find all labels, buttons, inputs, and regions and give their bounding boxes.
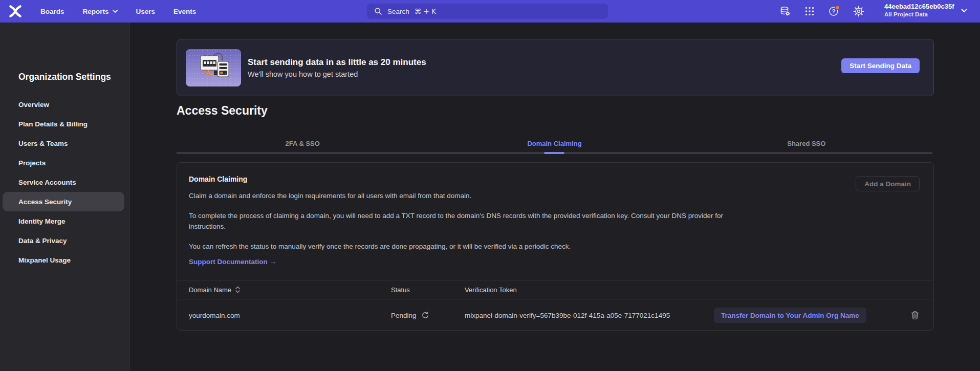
top-navbar: Boards Reports Users Events Search ⌘ + K [0,0,980,23]
header-domain-name: Domain Name [189,286,231,294]
sort-icon[interactable] [235,286,240,293]
account-chevron-down-icon[interactable] [961,9,967,13]
sidebar-item-overview[interactable]: Overview [0,95,129,114]
sidebar-item-plan-details-billing[interactable]: Plan Details & Billing [0,114,129,134]
verification-token-value: mixpanel-domain-verify=567b39be-012f-415… [465,312,670,319]
sidebar-item-service-accounts[interactable]: Service Accounts [0,172,129,192]
navbar-icon-group: ? [779,0,865,23]
add-domain-button[interactable]: Add a Domain [856,176,920,191]
search-placeholder: Search [387,8,409,15]
table-row: yourdomain.com Pending mixpanel-domain-v… [177,300,933,331]
nav-item-boards[interactable]: Boards [40,8,64,15]
search-input[interactable]: Search ⌘ + K [367,4,608,19]
domain-name-value: yourdomain.com [189,312,240,319]
trash-icon [910,311,920,320]
sidebar-title: Organization Settings [18,72,111,82]
tab-shared-sso[interactable]: Shared SSO [681,134,932,152]
page-title: Access Security [177,104,268,118]
delete-domain-button[interactable] [910,311,920,320]
refresh-status-icon[interactable] [421,312,429,319]
card-description: Claim a domain and enforce the login req… [189,192,471,200]
sidebar-item-mixpanel-usage[interactable]: Mixpanel Usage [0,250,129,270]
header-status: Status [391,286,410,294]
sidebar-item-projects[interactable]: Projects [0,153,129,172]
onboarding-banner: Start sending data in as little as 20 mi… [177,39,934,96]
sidebar-item-access-security[interactable]: Access Security [3,192,124,211]
nav-item-reports[interactable]: Reports [83,8,118,15]
table-header-row: Domain Name Status Verification Token [177,280,933,299]
devices-illustration [186,49,241,86]
nav-item-events[interactable]: Events [173,8,196,15]
notification-dot [836,6,840,10]
sidebar-item-users-teams[interactable]: Users & Teams [0,134,129,153]
banner-title: Start sending data in as little as 20 mi… [248,57,426,68]
search-shortcut: ⌘ + K [415,7,436,15]
tab-domain-claiming[interactable]: Domain Claiming [428,134,680,152]
sidebar-item-data-privacy[interactable]: Data & Privacy [0,231,129,250]
banner-subtitle: We'll show you how to get started [248,70,426,78]
nav-item-users[interactable]: Users [136,8,156,15]
card-refresh-note: You can refresh the status to manually v… [189,243,571,250]
status-value: Pending [391,312,417,319]
database-gear-icon[interactable] [779,5,791,17]
header-verification-token: Verification Token [465,286,517,294]
settings-gear-icon[interactable] [853,5,865,17]
domain-claiming-card: Domain Claiming Add a Domain Claim a dom… [177,162,934,331]
svg-text:?: ? [832,8,836,14]
apps-grid-icon[interactable] [803,5,816,17]
access-security-tabs: 2FA & SSO Domain Claiming Shared SSO [177,134,932,154]
chevron-down-icon [113,10,118,13]
active-tab-indicator [544,152,564,154]
banner-text: Start sending data in as little as 20 mi… [248,57,426,78]
search-icon [374,7,382,15]
help-icon[interactable]: ? [828,5,840,17]
support-documentation-link[interactable]: Support Documentation → [189,258,276,266]
primary-nav: Boards Reports Users Events [40,0,196,23]
start-sending-data-button[interactable]: Start Sending Data [841,58,920,73]
tab-2fa-sso[interactable]: 2FA & SSO [177,134,428,152]
transfer-domain-button[interactable]: Transfer Domain to Your Admin Org Name [714,308,866,323]
settings-sidebar: Organization Settings Overview Plan Deta… [0,23,129,371]
card-instructions: To complete the process of claiming a do… [189,210,723,232]
account-menu[interactable]: 44eebad12c65eb0c35f All Project Data [884,3,954,18]
mixpanel-logo-icon[interactable] [7,3,24,19]
sidebar-nav: Overview Plan Details & Billing Users & … [0,95,129,270]
card-title: Domain Claiming [189,175,247,183]
org-id: 44eebad12c65eb0c35f [884,3,954,11]
project-label: All Project Data [884,11,954,18]
sidebar-item-identity-merge[interactable]: Identity Merge [0,211,129,231]
row-actions: Transfer Domain to Your Admin Org Name [714,308,920,323]
